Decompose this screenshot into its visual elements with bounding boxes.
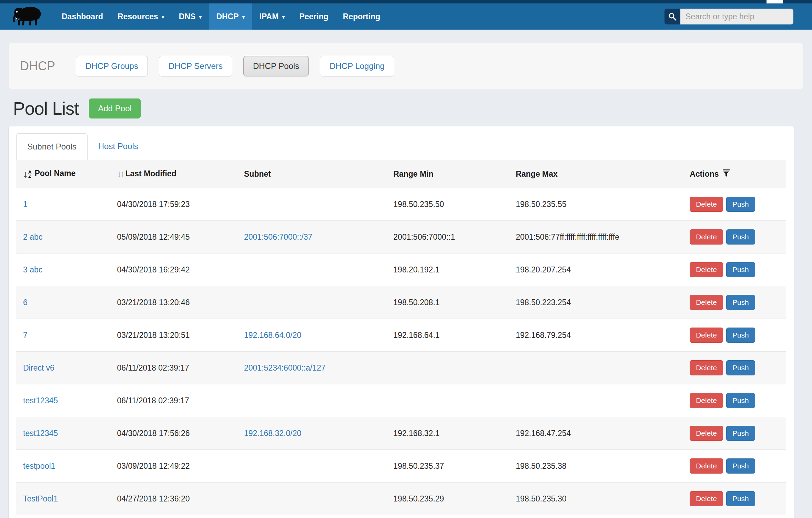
push-button[interactable]: Push: [726, 328, 755, 343]
column-header-last-modified[interactable]: ↓↑Last Modified: [110, 160, 237, 188]
pool-name-link[interactable]: test12345: [23, 396, 58, 405]
table-row: 2 abc05/09/2018 12:49:452001:506:7000::/…: [16, 221, 786, 253]
push-button[interactable]: Push: [726, 491, 755, 506]
last-modified-cell: 05/11/2018 15:17:26: [110, 515, 237, 518]
nav-item-label: IPAM: [260, 12, 279, 21]
range-max-cell: 198.50.235.38: [509, 450, 683, 483]
push-button[interactable]: Push: [726, 262, 755, 277]
nav-item-dashboard[interactable]: Dashboard: [54, 3, 110, 30]
pool-name-link[interactable]: test12345: [23, 429, 58, 438]
nav-items: DashboardResources▾DNS▾DHCP▾IPAM▾Peering…: [54, 3, 387, 30]
delete-button[interactable]: Delete: [690, 491, 723, 506]
nav-item-dns[interactable]: DNS▾: [172, 3, 209, 30]
pool-name-cell: Direct v6: [16, 352, 110, 384]
tab-host-pools[interactable]: Host Pools: [88, 133, 149, 160]
actions-cell: DeletePush: [683, 450, 786, 483]
search-input[interactable]: [680, 9, 793, 24]
delete-button[interactable]: Delete: [690, 426, 723, 441]
push-button[interactable]: Push: [726, 426, 755, 441]
push-button[interactable]: Push: [726, 360, 755, 375]
table-row: 3 abc04/30/2018 16:29:42198.20.192.1198.…: [16, 253, 786, 286]
tab-subnet-pools[interactable]: Subnet Pools: [16, 133, 88, 160]
table-row: 104/30/2018 17:59:23198.50.235.50198.50.…: [16, 188, 786, 221]
table-row: 703/21/2018 13:20:51192.168.64.0/20192.1…: [16, 319, 786, 352]
delete-button[interactable]: Delete: [690, 197, 723, 212]
pool-table: ↓AZPool Name↓↑Last ModifiedSubnetRange M…: [16, 160, 786, 518]
pool-name-link[interactable]: TestPool1: [23, 494, 58, 503]
page-title: Pool List: [13, 98, 79, 119]
pool-name-link[interactable]: 6: [23, 298, 28, 307]
pool-name-link[interactable]: 2 abc: [23, 232, 42, 241]
pool-name-link[interactable]: 7: [23, 331, 28, 340]
range-min-cell: [386, 352, 509, 384]
pool-name-link[interactable]: testpool1: [23, 462, 55, 470]
push-button[interactable]: Push: [726, 229, 755, 245]
delete-button[interactable]: Delete: [690, 393, 723, 408]
column-header-pool-name[interactable]: ↓AZPool Name: [16, 160, 110, 188]
delete-button[interactable]: Delete: [690, 229, 723, 245]
mammoth-logo-icon[interactable]: [10, 3, 45, 30]
push-button[interactable]: Push: [726, 197, 755, 212]
last-modified-cell: 04/30/2018 17:56:26: [110, 417, 237, 450]
subnet-link[interactable]: 192.168.64.0/20: [244, 331, 301, 340]
pool-name-link[interactable]: 3 abc: [23, 265, 42, 274]
dhcp-tab-dhcp-servers[interactable]: DHCP Servers: [159, 56, 232, 76]
nav-item-dhcp[interactable]: DHCP▾: [209, 3, 252, 30]
dhcp-tab-dhcp-groups[interactable]: DHCP Groups: [76, 56, 148, 76]
column-header-actions: Actions: [683, 160, 786, 188]
subnet-link[interactable]: 192.168.32.0/20: [244, 429, 301, 438]
nav-item-label: DHCP: [216, 12, 238, 21]
subnet-link[interactable]: 2001:506:7000::/37: [244, 232, 312, 241]
column-header-label: Last Modified: [125, 169, 176, 178]
dhcp-tab-dhcp-logging[interactable]: DHCP Logging: [320, 56, 394, 76]
sort-letter-z: Z: [28, 174, 31, 178]
nav-item-reporting[interactable]: Reporting: [336, 3, 388, 30]
delete-button[interactable]: Delete: [690, 360, 723, 375]
subnet-cell: [237, 286, 386, 319]
table-row: test1234506/11/2018 02:39:17DeletePush: [16, 384, 786, 417]
nav-item-label: Resources: [118, 12, 158, 21]
subnet-cell: 192.168.32.0/20: [237, 417, 386, 450]
range-max-cell: 2001:506:77ff:ffff:ffff:ffff:ffff:fffe: [509, 221, 683, 253]
delete-button[interactable]: Delete: [690, 328, 723, 343]
delete-button[interactable]: Delete: [690, 458, 723, 474]
filter-funnel-icon[interactable]: [722, 169, 730, 177]
pool-name-link[interactable]: 1: [23, 200, 28, 209]
sort-updown-icon[interactable]: ↓↑: [117, 168, 123, 179]
range-max-cell: 198.20.207.254: [509, 253, 683, 286]
dhcp-subnav-panel: DHCP DHCP GroupsDHCP ServersDHCP PoolsDH…: [9, 43, 803, 89]
add-pool-button[interactable]: Add Pool: [89, 99, 140, 118]
pool-name-cell: TestPool2: [16, 515, 110, 518]
sort-az-icon[interactable]: ↓AZ: [23, 169, 31, 179]
nav-item-resources[interactable]: Resources▾: [110, 3, 172, 30]
range-max-cell: 198.50.235.30: [509, 483, 683, 515]
push-button[interactable]: Push: [726, 295, 755, 310]
last-modified-cell: 03/21/2018 13:20:51: [110, 319, 237, 352]
nav-item-peering[interactable]: Peering: [292, 3, 335, 30]
search-icon[interactable]: [664, 9, 680, 24]
caret-down-icon: ▾: [242, 14, 245, 20]
range-min-cell: 198.50.235.37: [386, 450, 509, 483]
dhcp-tab-dhcp-pools[interactable]: DHCP Pools: [243, 56, 309, 76]
pool-name-link[interactable]: Direct v6: [23, 363, 54, 372]
last-modified-cell: 03/21/2018 13:20:46: [110, 286, 237, 319]
table-row: test1234504/30/2018 17:56:26192.168.32.0…: [16, 417, 786, 450]
pool-name-cell: 7: [16, 319, 110, 352]
delete-button[interactable]: Delete: [690, 295, 723, 310]
push-button[interactable]: Push: [726, 393, 755, 408]
subnet-link[interactable]: 2001:5234:6000::a/127: [244, 363, 326, 372]
column-header-label: Pool Name: [34, 169, 75, 178]
pool-name-cell: testpool1: [16, 450, 110, 483]
push-button[interactable]: Push: [726, 458, 755, 474]
delete-button[interactable]: Delete: [690, 262, 723, 277]
column-header-subnet: Subnet: [237, 160, 386, 188]
nav-item-ipam[interactable]: IPAM▾: [252, 3, 292, 30]
range-min-cell: 192.168.32.1: [386, 417, 509, 450]
pool-name-cell: 3 abc: [16, 253, 110, 286]
last-modified-cell: 04/30/2018 17:59:23: [110, 188, 237, 221]
actions-cell: DeletePush: [683, 352, 786, 384]
pool-table-body: 104/30/2018 17:59:23198.50.235.50198.50.…: [16, 188, 786, 518]
column-header-range-min: Range Min: [386, 160, 509, 188]
range-max-cell: 198.50.235.55: [509, 188, 683, 221]
range-max-cell: [509, 352, 683, 384]
